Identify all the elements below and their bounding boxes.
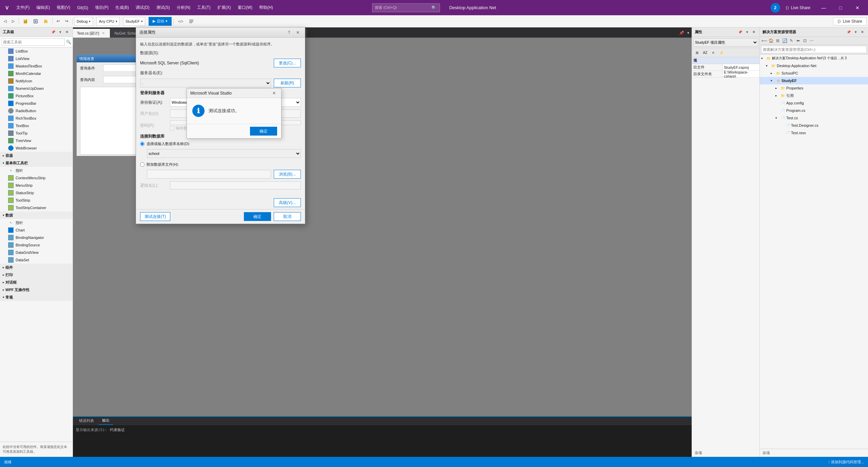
toolbox-item-monthcalendar[interactable]: MonthCalendar (0, 70, 73, 77)
prop-events-btn[interactable]: ⚡ (718, 49, 725, 56)
properties-close-btn[interactable]: ✕ (751, 29, 757, 35)
toolbox-item-toolstripcontainer[interactable]: ToolStripContainer (0, 204, 73, 211)
menu-tools[interactable]: 工具(T) (194, 0, 214, 15)
connection-cancel-btn[interactable]: 取消 (274, 212, 301, 221)
solution-close-btn[interactable]: ✕ (859, 29, 865, 35)
save-button[interactable] (21, 17, 30, 26)
format-btn[interactable] (186, 17, 196, 26)
toolbox-item-statusstrip[interactable]: StatusStrip (0, 189, 73, 197)
search-box[interactable]: 搜索 (Ctrl+Q) 🔍 (372, 3, 440, 12)
sol-tool-btn[interactable]: 🔄 (782, 38, 788, 44)
server-name-select[interactable]: . (140, 79, 271, 87)
select-db-radio[interactable] (140, 142, 144, 146)
toolbox-section-component[interactable]: ▸ 组件 (0, 264, 73, 271)
toolbox-item-chart[interactable]: Chart (0, 226, 73, 234)
tree-item-testresx[interactable]: 📄 Test.resx (760, 129, 868, 137)
new-button[interactable] (31, 17, 40, 26)
toolbox-section-dialog[interactable]: ▸ 对话框 (0, 279, 73, 286)
toolbox-item-pointer-menu[interactable]: ↖ 指针 (0, 167, 73, 174)
toolbox-close-btn[interactable]: ✕ (64, 29, 70, 35)
menu-file[interactable]: 文件(F) (13, 0, 33, 15)
minimize-button[interactable]: — (816, 0, 831, 15)
tree-item-testcs[interactable]: ▾ 📄 Test.cs (760, 114, 868, 122)
toolbox-item-textbox[interactable]: TextBox (0, 122, 73, 129)
attach-db-radio[interactable] (140, 162, 144, 167)
info-dialog-close-btn[interactable]: ✕ (270, 89, 278, 97)
solution-pin-btn[interactable]: 📌 (846, 29, 852, 35)
prop-alphabetic-btn[interactable]: AZ (701, 49, 709, 56)
toolbox-item-tooltip[interactable]: ToolTip (0, 129, 73, 137)
menu-build[interactable]: 生成(B) (112, 0, 132, 15)
toolbox-section-container[interactable]: ▸ 容器 (0, 152, 73, 159)
properties-pin-btn[interactable]: 📌 (737, 29, 743, 35)
menu-edit[interactable]: 编辑(E) (33, 0, 53, 15)
test-connection-btn[interactable]: 测试连接(T) (140, 212, 170, 221)
menu-git[interactable]: Git(G) (74, 0, 92, 15)
toolbox-section-general[interactable]: ▾ 常规 (0, 293, 73, 301)
toolbox-item-bindingnavigator[interactable]: BindingNavigator (0, 234, 73, 241)
db-select[interactable]: school (147, 149, 301, 158)
prop-categorize-btn[interactable]: ⊞ (693, 49, 701, 56)
toolbox-item-bindingsource[interactable]: BindingSource (0, 241, 73, 249)
toolbox-section-data[interactable]: ▾ 数据 (0, 211, 73, 219)
tree-item-programcs[interactable]: 📄 Program.cs (760, 107, 868, 114)
code-btn[interactable]: </> (175, 17, 186, 26)
menu-window[interactable]: 窗口(W) (234, 0, 256, 15)
tab-test-design[interactable]: Test.cs [设计] ✕ (73, 29, 110, 38)
toolbox-item-toolstrip[interactable]: ToolStrip (0, 197, 73, 204)
tree-item-references[interactable]: ▸ 📁 引用 (760, 92, 868, 99)
tree-item-properties[interactable]: ▸ 📁 Properties (760, 84, 868, 92)
toolbox-item-pointer-data[interactable]: ↖ 指针 (0, 219, 73, 226)
connection-dialog-help-btn[interactable]: ? (285, 29, 293, 36)
toolbox-item-picturebox[interactable]: PictureBox (0, 92, 73, 100)
debug-dropdown[interactable]: Debug ▾ (74, 17, 93, 26)
menu-test[interactable]: 测试(S) (153, 0, 173, 15)
toolbox-dropdown-btn[interactable]: ▾ (57, 29, 63, 35)
tab-dropdown-btn[interactable]: ▾ (685, 28, 692, 38)
tree-item-schoolpc[interactable]: ▸ 📁 SchoolPC (760, 69, 868, 77)
tab-pin-btn[interactable]: 📌 (678, 28, 685, 38)
toolbox-item-menustrip[interactable]: MenuStrip (0, 182, 73, 189)
refresh-btn[interactable]: 刷新(R) (274, 79, 301, 87)
sol-tool-btn[interactable]: ⊡ (802, 38, 808, 44)
menu-project[interactable]: 项目(P) (92, 0, 112, 15)
redo-button[interactable]: ↪ (63, 17, 71, 26)
solution-search-input[interactable] (761, 46, 867, 53)
live-share-toolbar-btn[interactable]: ⟨⟩ Live Share (833, 17, 867, 25)
user-avatar[interactable]: 2 (771, 3, 780, 13)
sol-tool-btn[interactable]: 🏠 (768, 38, 774, 44)
live-share-button[interactable]: ⟨⟩ Live Share (782, 4, 814, 12)
tree-item-solution[interactable]: ▾ 📁 解决方案'Desktop Application Net'(3 个项目，… (760, 55, 868, 62)
advanced-btn[interactable]: 高级(V)... (274, 198, 301, 207)
sol-tool-btn[interactable]: ⊞ (775, 38, 781, 44)
toolbox-pin-btn[interactable]: 📌 (50, 29, 56, 35)
toolbox-item-listbox[interactable]: ListBox (0, 47, 73, 55)
toolbox-section-wpf[interactable]: ▸ WPF 互操作性 (0, 286, 73, 293)
back-button[interactable]: ◁ (1, 17, 9, 26)
tree-item-desktopapp[interactable]: ▾ 📁 Desktop Application Net (760, 62, 868, 69)
toolbox-item-progressbar[interactable]: ProgressBar (0, 100, 73, 107)
menu-help[interactable]: 帮助(H) (256, 0, 276, 15)
toolbox-item-listview[interactable]: ListView (0, 55, 73, 62)
change-btn[interactable]: 更改(C)... (274, 59, 301, 67)
connection-dialog-close-btn[interactable]: ✕ (294, 29, 302, 36)
properties-dropdown[interactable]: StudyEF 项目属性 (693, 38, 758, 46)
project-dropdown[interactable]: StudyEF ▾ (123, 17, 145, 26)
toolbox-item-treeview[interactable]: TreeView (0, 137, 73, 144)
connection-ok-btn[interactable]: 确定 (244, 212, 271, 221)
menu-analyze[interactable]: 分析(N) (173, 0, 194, 15)
output-tab-errors[interactable]: 错误列表 (76, 417, 97, 425)
tab-close-btn[interactable]: ✕ (101, 31, 106, 36)
toolbox-item-maskedtextbox[interactable]: MaskedTextBox (0, 62, 73, 70)
toolbox-item-richtextbox[interactable]: RichTextBox (0, 115, 73, 122)
properties-dropdown-btn[interactable]: ▾ (744, 29, 750, 35)
output-tab-output[interactable]: 输出 (99, 417, 113, 425)
toolbox-search-input[interactable] (1, 38, 65, 46)
tree-item-studyef[interactable]: ▾ ⚙ StudyEF (760, 77, 868, 84)
toolbox-item-webbrowser[interactable]: WebBrowser (0, 144, 73, 152)
toolbox-section-print[interactable]: ▸ 打印 (0, 271, 73, 279)
toolbox-item-notifyicon[interactable]: NotifyIcon (0, 77, 73, 85)
sol-tool-btn[interactable]: ⟵ (761, 38, 767, 44)
toolbox-item-radiobutton[interactable]: RadioButton (0, 107, 73, 115)
toolbox-item-numericupdown[interactable]: NumericUpDown (0, 85, 73, 92)
